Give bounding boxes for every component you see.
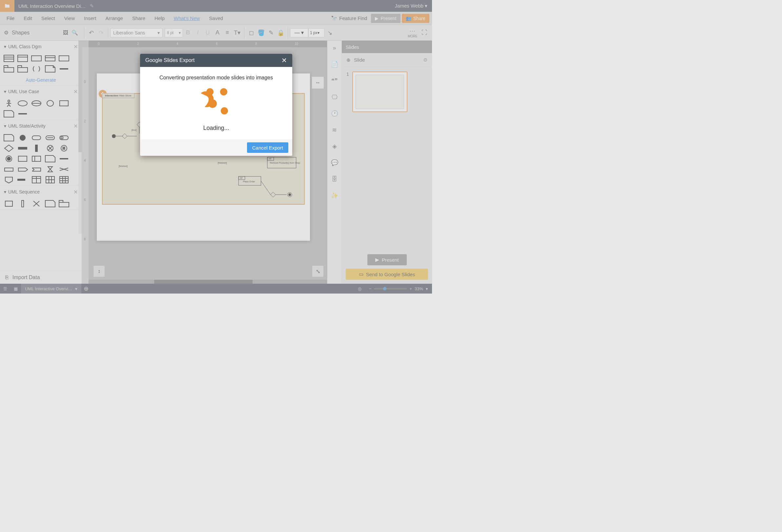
svg-point-86 bbox=[208, 99, 217, 108]
svg-point-87 bbox=[206, 88, 214, 96]
modal-message: Converting presentation mode slides into… bbox=[148, 75, 284, 81]
close-icon[interactable]: ✕ bbox=[281, 57, 287, 64]
cancel-export-button[interactable]: Cancel Export bbox=[247, 142, 288, 153]
loading-spinner-icon bbox=[148, 87, 284, 118]
export-modal: Google Slides Export ✕ Converting presen… bbox=[140, 54, 292, 156]
loading-text: Loading... bbox=[148, 125, 284, 132]
svg-point-85 bbox=[221, 107, 228, 114]
modal-body: Converting presentation mode slides into… bbox=[140, 67, 292, 139]
modal-title: Google Slides Export bbox=[145, 58, 194, 63]
svg-point-84 bbox=[220, 88, 227, 96]
modal-footer: Cancel Export bbox=[140, 139, 292, 156]
modal-header: Google Slides Export ✕ bbox=[140, 54, 292, 67]
